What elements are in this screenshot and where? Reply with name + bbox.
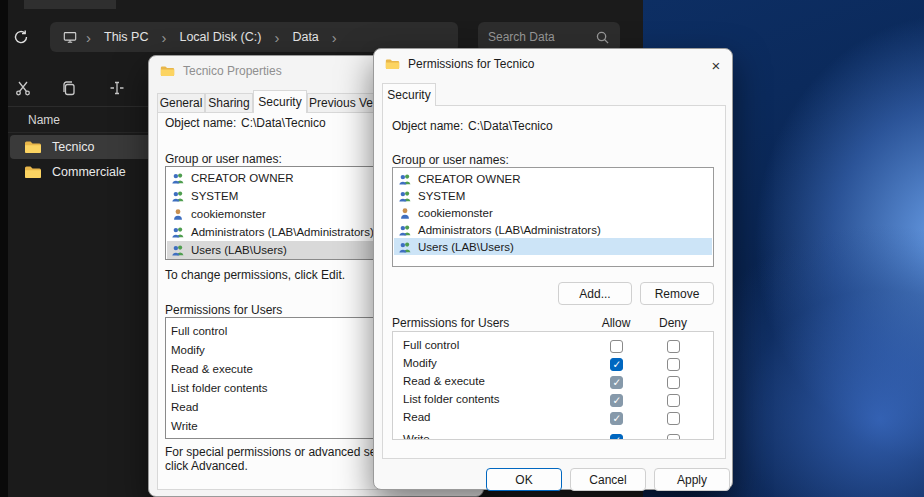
column-header-name[interactable]: Name — [28, 113, 60, 127]
breadcrumb-chevron-icon: › — [159, 30, 168, 45]
tab-general[interactable]: General — [157, 93, 205, 113]
breadcrumb-data[interactable]: Data — [287, 30, 323, 44]
button-label: Apply — [677, 473, 707, 487]
allow-checkbox[interactable] — [610, 394, 623, 407]
tab-label: General — [160, 96, 203, 110]
breadcrumb-chevron-icon: › — [330, 30, 339, 45]
list-item-selected[interactable]: Users (LAB\Users) — [394, 238, 712, 255]
permission-name: Modify — [403, 357, 437, 369]
allow-checkbox[interactable] — [610, 376, 623, 389]
search-icon — [595, 30, 610, 45]
tab-label: Sharing — [208, 96, 249, 110]
user-icon — [398, 207, 412, 219]
group-name: Users (LAB\Users) — [418, 241, 514, 253]
group-name: Administrators (LAB\Administrators) — [191, 226, 374, 238]
breadcrumb-local-disk[interactable]: Local Disk (C:) — [174, 30, 266, 44]
permission-name: Read & execute — [403, 375, 485, 387]
group-name: Users (LAB\Users) — [191, 244, 287, 256]
group-icon — [171, 190, 185, 202]
file-name: Commerciale — [52, 165, 126, 179]
list-item[interactable]: CREATOR OWNER — [394, 170, 712, 187]
apply-button[interactable]: Apply — [654, 468, 730, 491]
deny-checkbox[interactable] — [667, 340, 680, 353]
rename-icon — [108, 79, 126, 97]
user-icon — [171, 208, 185, 220]
breadcrumb-chevron-icon: › — [272, 30, 281, 45]
permission-row-read: Read — [393, 410, 713, 428]
breadcrumb-this-pc[interactable]: This PC — [99, 30, 153, 44]
group-name: cookiemonster — [418, 207, 493, 219]
close-button[interactable]: × — [704, 53, 728, 77]
allow-checkbox[interactable] — [610, 412, 623, 425]
folder-icon — [385, 58, 400, 70]
object-name-value: C:\Data\Tecnico — [468, 119, 553, 133]
group-icon — [398, 241, 412, 253]
tab-sharing[interactable]: Sharing — [205, 93, 253, 113]
folder-icon — [160, 65, 175, 77]
allow-checkbox[interactable] — [610, 434, 623, 440]
deny-column-header: Deny — [653, 316, 693, 330]
group-icon — [398, 224, 412, 236]
deny-checkbox[interactable] — [667, 394, 680, 407]
group-name: CREATOR OWNER — [191, 172, 293, 184]
remove-button[interactable]: Remove — [640, 282, 714, 305]
object-name-label: Object name: — [392, 119, 463, 133]
this-pc-icon — [62, 30, 78, 44]
ok-button[interactable]: OK — [486, 468, 562, 491]
cancel-button[interactable]: Cancel — [570, 468, 646, 491]
allow-checkbox[interactable] — [610, 358, 623, 371]
copy-button[interactable] — [58, 77, 80, 99]
permission-name: List folder contents — [403, 393, 500, 405]
cut-button[interactable] — [12, 77, 34, 99]
refresh-icon — [13, 29, 29, 45]
group-names-label: Group or user names: — [392, 153, 509, 167]
cut-icon — [14, 79, 32, 97]
close-icon: × — [712, 57, 721, 74]
permissions-for-label: Permissions for Users — [165, 303, 282, 317]
breadcrumb-chevron-icon: › — [84, 30, 93, 45]
list-item[interactable]: cookiemonster — [394, 204, 712, 221]
edit-hint: To change permissions, click Edit. — [165, 268, 345, 282]
object-name-label: Object name: — [165, 116, 236, 130]
window-edge — [0, 0, 8, 497]
group-name: CREATOR OWNER — [418, 173, 520, 185]
button-label: Cancel — [589, 473, 626, 487]
deny-checkbox[interactable] — [667, 376, 680, 389]
advanced-hint-line2: click Advanced. — [165, 459, 248, 473]
group-icon — [398, 173, 412, 185]
rename-button[interactable] — [106, 77, 128, 99]
deny-checkbox[interactable] — [667, 412, 680, 425]
allow-column-header: Allow — [596, 316, 636, 330]
explorer-tab[interactable] — [24, 0, 116, 9]
add-button[interactable]: Add... — [558, 282, 632, 305]
tab-label: Security — [258, 95, 301, 109]
dialog-title: Tecnico Properties — [183, 64, 282, 78]
group-name: SYSTEM — [191, 190, 238, 202]
refresh-button[interactable] — [12, 28, 30, 46]
permission-row-read-execute: Read & execute — [393, 374, 713, 392]
permission-row-list-folder: List folder contents — [393, 392, 713, 410]
permission-row-write: Write — [393, 432, 713, 440]
group-names-list[interactable]: CREATOR OWNER SYSTEM cookiemonster Admin… — [392, 167, 714, 267]
group-name: Administrators (LAB\Administrators) — [418, 224, 601, 236]
allow-checkbox[interactable] — [610, 340, 623, 353]
group-icon — [171, 244, 185, 256]
deny-checkbox[interactable] — [667, 358, 680, 371]
group-name: cookiemonster — [191, 208, 266, 220]
tab-label: Security — [387, 88, 430, 102]
tab-security[interactable]: Security — [253, 90, 307, 113]
permission-row-full-control: Full control — [393, 338, 713, 356]
list-item[interactable]: SYSTEM — [394, 187, 712, 204]
dialog-title: Permissions for Tecnico — [408, 57, 535, 71]
deny-checkbox[interactable] — [667, 434, 680, 440]
advanced-hint-line1: For special permissions or advanced sett… — [165, 445, 399, 459]
group-names-label: Group or user names: — [165, 152, 282, 166]
permission-row-modify: Modify — [393, 356, 713, 374]
permission-name: Write — [403, 433, 430, 440]
permissions-checklist[interactable]: Full control Modify Read & execute List … — [392, 331, 714, 440]
object-name-value: C:\Data\Tecnico — [241, 116, 326, 130]
tab-security[interactable]: Security — [382, 83, 436, 106]
group-icon — [398, 190, 412, 202]
list-item[interactable]: Administrators (LAB\Administrators) — [394, 221, 712, 238]
search-input[interactable] — [488, 30, 589, 44]
